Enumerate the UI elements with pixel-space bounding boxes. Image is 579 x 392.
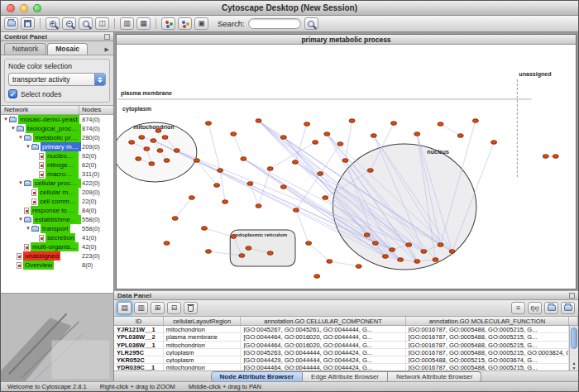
open-attribute-file-icon[interactable] <box>544 302 558 314</box>
close-window-button[interactable] <box>7 4 15 12</box>
tree-item-cellular-process[interactable]: ▼cellular process422(0) <box>1 179 113 188</box>
network-node[interactable] <box>314 275 320 279</box>
search-input[interactable] <box>248 18 301 29</box>
select-attributes-icon[interactable]: ▤ <box>117 302 132 314</box>
network-node[interactable] <box>356 265 361 269</box>
network-node[interactable] <box>433 258 438 262</box>
column-header-1[interactable]: cellularLayoutRegion <box>164 317 242 325</box>
float-panel-icon[interactable] <box>104 34 110 40</box>
new-attribute-icon[interactable]: ⊞ <box>151 302 165 314</box>
zoom-window-button[interactable] <box>33 4 41 12</box>
tree-item-mosaic-demo-yeast[interactable]: ▼mosaic-demo-yeast874(0) <box>1 115 113 124</box>
table-row[interactable]: YKR052Ccytoplasm[GO:0044429, GO:0044444,… <box>114 356 569 364</box>
network-node[interactable] <box>151 139 156 143</box>
network-node[interactable] <box>304 122 310 127</box>
open-session-icon[interactable] <box>4 17 18 30</box>
minimize-window-button[interactable] <box>20 4 28 12</box>
network-node[interactable] <box>364 233 370 237</box>
network-node[interactable] <box>421 250 427 254</box>
network-node[interactable] <box>280 136 286 140</box>
network-edge[interactable] <box>204 228 233 237</box>
network-node[interactable] <box>293 208 299 213</box>
network-node[interactable] <box>543 155 548 159</box>
import-network-icon[interactable] <box>178 17 192 30</box>
hide-selected-icon[interactable]: ▥ <box>120 17 134 30</box>
network-node[interactable] <box>246 246 251 251</box>
zoom-selected-icon[interactable] <box>79 17 93 30</box>
network-node[interactable] <box>324 132 330 136</box>
table-row[interactable]: YDR039C__1mitochondrion[GO:0044464, GO:0… <box>114 364 569 370</box>
network-node[interactable] <box>172 217 178 221</box>
network-node[interactable] <box>349 119 355 123</box>
column-header-2[interactable]: annotation.GO CELLULAR_COMPONENT <box>241 317 405 325</box>
vizmapper-icon[interactable]: ▣ <box>194 17 208 30</box>
network-node[interactable] <box>390 122 396 126</box>
network-node[interactable] <box>214 184 220 188</box>
tree-item-cellular-metabo[interactable]: cellular metabo...209(0) <box>1 188 113 197</box>
birdseye-view[interactable] <box>1 293 113 381</box>
network-node[interactable] <box>457 134 463 138</box>
network-node[interactable] <box>398 258 404 262</box>
network-node[interactable] <box>389 248 395 252</box>
tree-item-transport[interactable]: ▼transport558(0) <box>1 224 113 233</box>
network-node[interactable] <box>129 141 135 145</box>
tree-item-nucleobase[interactable]: nucleobase...92(0) <box>1 151 113 160</box>
tab-network-attribute-browser[interactable]: Network Attribute Browser <box>388 371 481 382</box>
unselect-attributes-icon[interactable]: ▥ <box>134 302 148 314</box>
column-header-3[interactable]: annotation.GO MOLECULAR_FUNCTION <box>406 317 569 325</box>
network-node[interactable] <box>201 227 207 231</box>
network-node[interactable] <box>472 119 478 123</box>
network-node[interactable] <box>371 134 376 138</box>
network-edge[interactable] <box>296 174 320 210</box>
network-node[interactable] <box>491 141 497 145</box>
network-node[interactable] <box>157 149 163 153</box>
network-node[interactable] <box>231 235 237 239</box>
clear-attribute-icon[interactable] <box>184 302 198 314</box>
network-node[interactable] <box>144 147 150 151</box>
network-node[interactable] <box>223 200 228 204</box>
network-node[interactable] <box>327 260 333 264</box>
network-edge[interactable] <box>208 123 220 170</box>
network-edge[interactable] <box>296 210 309 243</box>
scrollbar-thumb[interactable] <box>571 327 577 349</box>
tree-item-macromolecule[interactable]: macromolecule...311(0) <box>1 170 113 179</box>
zoom-in-icon[interactable]: + <box>45 17 60 30</box>
tree-item-response-to-stimul[interactable]: response to stimul...84(0) <box>1 206 113 215</box>
tree-header-nodes[interactable]: Nodes <box>79 106 113 114</box>
network-node[interactable] <box>382 255 388 259</box>
network-node[interactable] <box>256 204 261 208</box>
network-node[interactable] <box>342 159 348 163</box>
network-node[interactable] <box>438 243 443 247</box>
expander-icon[interactable]: ▼ <box>17 179 24 188</box>
node-color-dropdown[interactable]: transporter activity <box>8 73 106 86</box>
tree-item-establishment-of-l[interactable]: ▼establishment of l...558(0) <box>1 215 113 224</box>
zoom-out-icon[interactable]: − <box>62 17 76 30</box>
network-node[interactable] <box>280 185 286 189</box>
network-edge[interactable] <box>309 243 329 261</box>
tree-item-overview[interactable]: Overview8(0) <box>1 261 113 270</box>
network-edge[interactable] <box>197 160 217 185</box>
search-options-icon[interactable] <box>304 17 318 30</box>
expander-icon[interactable]: ▼ <box>25 224 31 233</box>
network-node[interactable] <box>449 250 455 254</box>
network-edge[interactable] <box>329 261 358 266</box>
network-node[interactable] <box>367 169 373 173</box>
network-edge[interactable] <box>295 124 307 162</box>
expander-icon[interactable]: ▼ <box>17 215 24 224</box>
window-titlebar[interactable]: Cytoscape Desktop (New Session) <box>1 1 578 16</box>
tab-network[interactable]: Network <box>4 43 46 55</box>
network-node[interactable] <box>256 119 261 123</box>
new-network-icon[interactable] <box>161 17 175 30</box>
network-node[interactable] <box>306 241 312 246</box>
tree-item-secretion[interactable]: secretion41(0) <box>1 233 113 242</box>
network-node[interactable] <box>174 149 179 153</box>
tree-item-cell-communica[interactable]: cell communica...22(0) <box>1 197 113 206</box>
network-node[interactable] <box>156 129 161 133</box>
select-nodes-checkbox[interactable]: ✓ <box>8 89 17 98</box>
tree-item-multi-organism-pro[interactable]: multi-organism pro...42(0) <box>1 242 113 251</box>
expander-icon[interactable]: ▼ <box>17 133 24 142</box>
network-canvas[interactable]: plasma membranecytoplasmmitochondrionnuc… <box>117 45 576 289</box>
network-node[interactable] <box>323 196 328 200</box>
network-node[interactable] <box>292 160 298 165</box>
show-all-icon[interactable]: ▦ <box>136 17 151 30</box>
